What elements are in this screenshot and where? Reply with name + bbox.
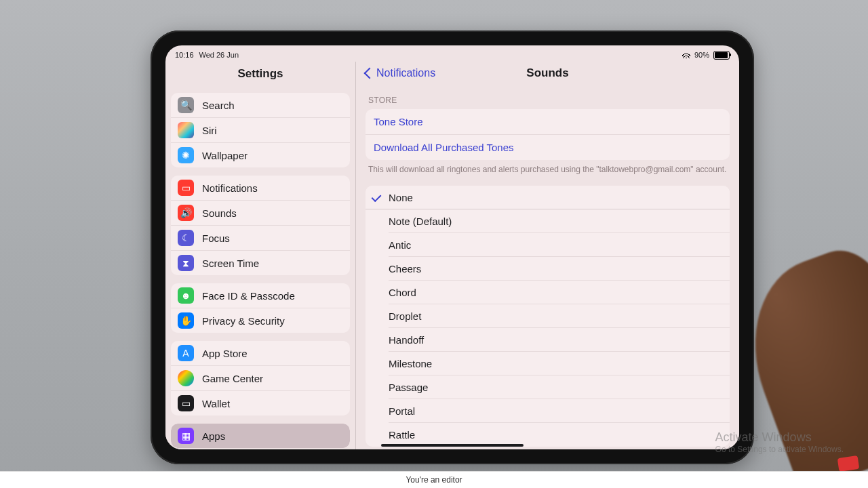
sidebar-group: ▭ Notifications 🔊 Sounds ☾ Focus ⧗ xyxy=(171,176,350,275)
sidebar-item-game-center[interactable]: Game Center xyxy=(171,365,350,390)
sidebar-item-label: Siri xyxy=(202,125,217,136)
sidebar-item-label: Sounds xyxy=(202,207,237,219)
tone-label: Handoff xyxy=(389,334,424,346)
sidebar-item-label: Game Center xyxy=(202,373,263,384)
sidebar-item-sounds[interactable]: 🔊 Sounds xyxy=(171,200,350,225)
battery-icon xyxy=(713,51,730,60)
tone-label: Rattle xyxy=(389,429,415,441)
tone-label: Antic xyxy=(389,239,411,251)
privacy-icon: ✋ xyxy=(178,312,194,329)
tone-store-link[interactable]: Tone Store xyxy=(366,109,730,134)
tone-label: Chord xyxy=(389,287,416,298)
battery-percent: 90% xyxy=(694,51,709,59)
screen-time-icon: ⧗ xyxy=(178,255,194,271)
tablet-frame: 10:16 Wed 26 Jun 90% Settings 🔍 Search xyxy=(151,30,754,464)
game-center-icon xyxy=(178,370,194,386)
settings-sidebar: Settings 🔍 Search Siri ✺ Wal xyxy=(165,62,356,449)
wallpaper-icon: ✺ xyxy=(178,147,194,163)
sidebar-item-notifications[interactable]: ▭ Notifications xyxy=(171,176,350,200)
sidebar-item-wallpaper[interactable]: ✺ Wallpaper xyxy=(171,142,350,167)
sidebar-item-screen-time[interactable]: ⧗ Screen Time xyxy=(171,250,350,275)
caption-bar: You're an editor xyxy=(0,471,868,488)
app-store-icon: A xyxy=(178,345,194,361)
screen: 10:16 Wed 26 Jun 90% Settings 🔍 Search xyxy=(165,45,739,449)
detail-nav: Notifications Sounds xyxy=(356,62,739,86)
sidebar-title: Settings xyxy=(165,62,355,89)
tone-label: Cheers xyxy=(389,263,421,274)
sidebar-item-label: Notifications xyxy=(202,182,258,194)
sidebar-item-label: Search xyxy=(202,100,235,111)
tone-label: Portal xyxy=(389,405,415,417)
back-button[interactable]: Notifications xyxy=(366,67,435,79)
search-icon: 🔍 xyxy=(178,97,194,113)
sidebar-group: A App Store Game Center ▭ Wallet xyxy=(171,341,350,415)
tone-row[interactable]: Portal xyxy=(366,399,730,423)
sidebar-item-focus[interactable]: ☾ Focus xyxy=(171,225,350,250)
sidebar-item-label: Apps xyxy=(202,430,225,442)
tone-row[interactable]: Chord xyxy=(366,281,730,304)
store-card: Tone Store Download All Purchased Tones xyxy=(366,109,730,160)
tone-row[interactable]: Note (Default) xyxy=(366,209,730,233)
tone-label: Passage xyxy=(389,382,428,393)
sidebar-scroll[interactable]: 🔍 Search Siri ✺ Wallpaper xyxy=(165,89,355,449)
sounds-icon: 🔊 xyxy=(178,205,194,221)
sidebar-item-label: Privacy & Security xyxy=(202,315,285,327)
status-date: Wed 26 Jun xyxy=(199,51,239,59)
tone-row[interactable]: Cheers xyxy=(366,257,730,281)
sidebar-item-faceid[interactable]: ☻ Face ID & Passcode xyxy=(171,283,350,308)
status-bar: 10:16 Wed 26 Jun 90% xyxy=(165,45,739,62)
focus-icon: ☾ xyxy=(178,230,194,246)
sidebar-item-label: Wallet xyxy=(202,398,230,409)
tone-label: Milestone xyxy=(389,358,432,369)
tone-row[interactable]: Antic xyxy=(366,233,730,257)
detail-pane: Notifications Sounds STORE Tone Store Do… xyxy=(356,62,739,449)
sidebar-item-label: App Store xyxy=(202,348,248,359)
corner-chip xyxy=(837,455,859,472)
tone-list: NoneNote (Default)AnticCheersChordDrople… xyxy=(366,186,730,447)
sidebar-item-label: Face ID & Passcode xyxy=(202,290,295,302)
sidebar-item-privacy[interactable]: ✋ Privacy & Security xyxy=(171,308,350,333)
tone-row[interactable]: Passage xyxy=(366,375,730,399)
chevron-left-icon xyxy=(364,68,376,79)
tone-row[interactable]: Droplet xyxy=(366,304,730,328)
sidebar-group: ▦ Apps xyxy=(171,424,350,448)
sidebar-item-apps[interactable]: ▦ Apps xyxy=(171,424,350,448)
sidebar-item-app-store[interactable]: A App Store xyxy=(171,341,350,365)
sidebar-item-label: Focus xyxy=(202,232,230,244)
tone-row[interactable]: Rattle xyxy=(366,423,730,447)
back-label: Notifications xyxy=(376,67,435,79)
sidebar-item-label: Wallpaper xyxy=(202,150,248,161)
section-header-store: STORE xyxy=(368,96,727,105)
tone-label: None xyxy=(389,192,413,203)
sidebar-item-label: Screen Time xyxy=(202,258,259,269)
tone-label: Droplet xyxy=(389,310,421,322)
detail-scroll[interactable]: STORE Tone Store Download All Purchased … xyxy=(356,86,739,449)
wallet-icon: ▭ xyxy=(178,395,194,411)
sidebar-item-search[interactable]: 🔍 Search xyxy=(171,93,350,117)
sidebar-item-siri[interactable]: Siri xyxy=(171,117,350,142)
notifications-icon: ▭ xyxy=(178,180,194,196)
apps-icon: ▦ xyxy=(178,428,194,444)
tone-label: Note (Default) xyxy=(389,216,452,227)
tone-row[interactable]: Milestone xyxy=(366,352,730,375)
faceid-icon: ☻ xyxy=(178,287,194,304)
store-footer-note: This will download all ringtones and ale… xyxy=(368,164,727,175)
siri-icon xyxy=(178,122,194,138)
tone-row[interactable]: Handoff xyxy=(366,328,730,352)
sidebar-group: ☻ Face ID & Passcode ✋ Privacy & Securit… xyxy=(171,283,350,333)
home-indicator[interactable] xyxy=(381,444,524,447)
download-all-link[interactable]: Download All Purchased Tones xyxy=(366,134,730,160)
wifi-icon xyxy=(682,52,690,58)
tone-row[interactable]: None xyxy=(366,186,730,209)
sidebar-group: 🔍 Search Siri ✺ Wallpaper xyxy=(171,93,350,167)
status-time: 10:16 xyxy=(175,51,194,59)
sidebar-item-wallet[interactable]: ▭ Wallet xyxy=(171,390,350,415)
